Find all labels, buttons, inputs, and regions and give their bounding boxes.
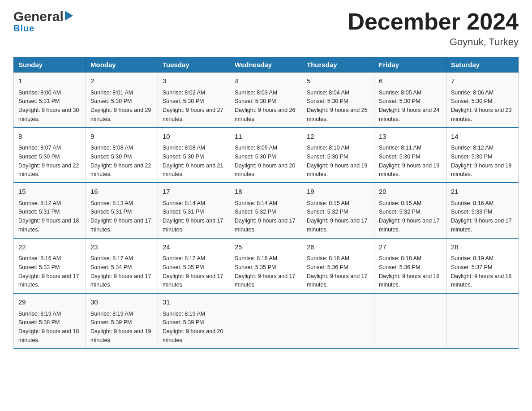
daylight-text: Daylight: 9 hours and 17 minutes. [235,273,296,288]
sunset-text: Sunset: 5:30 PM [163,154,204,160]
sunset-text: Sunset: 5:32 PM [379,209,420,215]
day-number: 5 [307,76,369,86]
day-number: 10 [163,132,225,142]
daylight-text: Daylight: 9 hours and 18 minutes. [451,163,512,178]
day-number: 26 [307,242,369,253]
sunset-text: Sunset: 5:30 PM [163,98,204,104]
sunset-text: Sunset: 5:31 PM [90,209,132,215]
sunset-text: Sunset: 5:30 PM [235,154,276,160]
sunrise-text: Sunrise: 8:04 AM [307,90,349,96]
daylight-text: Daylight: 9 hours and 25 minutes. [307,107,368,122]
table-cell [230,293,302,349]
logo-blue-text: Blue [13,23,34,34]
sunset-text: Sunset: 5:30 PM [307,98,348,104]
header-thursday: Thursday [302,57,374,73]
sunset-text: Sunset: 5:30 PM [451,98,492,104]
table-cell [374,293,446,349]
logo-triangle-icon [65,11,73,22]
day-number: 7 [451,76,514,86]
daylight-text: Daylight: 9 hours and 17 minutes. [451,218,512,233]
day-number: 29 [18,297,81,308]
sunrise-text: Sunrise: 8:11 AM [379,145,421,151]
daylight-text: Daylight: 9 hours and 18 minutes. [18,218,79,233]
daylight-text: Daylight: 9 hours and 23 minutes. [451,107,512,122]
sunrise-text: Sunrise: 8:07 AM [18,145,61,151]
day-number: 8 [18,132,81,142]
sunset-text: Sunset: 5:30 PM [235,98,276,104]
daylight-text: Daylight: 9 hours and 19 minutes. [307,163,368,178]
sunrise-text: Sunrise: 8:18 AM [307,255,349,261]
day-number: 25 [235,242,297,253]
table-cell: 20 Sunrise: 8:15 AM Sunset: 5:32 PM Dayl… [374,183,446,238]
sunset-text: Sunset: 5:36 PM [307,264,348,270]
sunset-text: Sunset: 5:38 PM [18,319,60,325]
sunrise-text: Sunrise: 8:14 AM [235,200,277,206]
daylight-text: Daylight: 9 hours and 17 minutes. [163,218,223,233]
calendar-body: 1 Sunrise: 8:00 AM Sunset: 5:31 PM Dayli… [14,73,519,349]
table-cell: 7 Sunrise: 8:06 AM Sunset: 5:30 PM Dayli… [446,73,519,128]
sunrise-text: Sunrise: 8:15 AM [379,200,421,206]
calendar-title-block: December 2024 Goynuk, Turkey [348,9,519,48]
sunrise-text: Sunrise: 8:09 AM [235,145,277,151]
daylight-text: Daylight: 9 hours and 17 minutes. [18,273,79,288]
calendar-header-row: Sunday Monday Tuesday Wednesday Thursday… [14,57,519,73]
table-cell: 2 Sunrise: 8:01 AM Sunset: 5:30 PM Dayli… [86,73,158,128]
header-friday: Friday [374,57,446,73]
sunset-text: Sunset: 5:31 PM [18,98,60,104]
sunrise-text: Sunrise: 8:02 AM [163,90,205,96]
header-saturday: Saturday [446,57,519,73]
daylight-text: Daylight: 9 hours and 29 minutes. [90,107,151,122]
daylight-text: Daylight: 9 hours and 17 minutes. [307,273,368,288]
table-cell: 23 Sunrise: 8:17 AM Sunset: 5:34 PM Dayl… [86,238,158,294]
daylight-text: Daylight: 9 hours and 17 minutes. [379,218,440,233]
sunrise-text: Sunrise: 8:01 AM [90,90,133,96]
header-sunday: Sunday [14,57,86,73]
sunset-text: Sunset: 5:30 PM [307,154,348,160]
table-cell: 29 Sunrise: 8:19 AM Sunset: 5:38 PM Dayl… [14,293,86,349]
sunrise-text: Sunrise: 8:08 AM [163,145,205,151]
logo: General Blue [13,9,73,34]
sunset-text: Sunset: 5:32 PM [307,209,348,215]
sunrise-text: Sunrise: 8:16 AM [451,200,493,206]
table-cell: 17 Sunrise: 8:14 AM Sunset: 5:31 PM Dayl… [158,183,230,238]
day-number: 14 [451,132,514,142]
table-cell: 24 Sunrise: 8:17 AM Sunset: 5:35 PM Dayl… [158,238,230,294]
day-number: 20 [379,187,442,197]
daylight-text: Daylight: 9 hours and 27 minutes. [163,107,223,122]
sunrise-text: Sunrise: 8:12 AM [451,145,493,151]
sunset-text: Sunset: 5:33 PM [18,264,60,270]
day-number: 15 [18,187,81,197]
sunset-text: Sunset: 5:31 PM [163,209,204,215]
table-cell: 22 Sunrise: 8:16 AM Sunset: 5:33 PM Dayl… [14,238,86,294]
day-number: 13 [379,132,442,142]
day-number: 19 [307,187,369,197]
table-cell: 16 Sunrise: 8:13 AM Sunset: 5:31 PM Dayl… [86,183,158,238]
day-number: 6 [379,76,442,86]
sunset-text: Sunset: 5:30 PM [90,98,132,104]
table-cell: 14 Sunrise: 8:12 AM Sunset: 5:30 PM Dayl… [446,128,519,183]
sunset-text: Sunset: 5:33 PM [451,209,492,215]
sunset-text: Sunset: 5:32 PM [235,209,276,215]
sunset-text: Sunset: 5:30 PM [379,98,420,104]
sunrise-text: Sunrise: 8:19 AM [18,311,61,317]
page-header: General Blue December 2024 Goynuk, Turke… [13,9,519,48]
header-wednesday: Wednesday [230,57,302,73]
sunset-text: Sunset: 5:39 PM [90,319,132,325]
day-number: 24 [163,242,225,253]
calendar-month-year: December 2024 [348,9,519,34]
daylight-text: Daylight: 9 hours and 21 minutes. [163,163,223,178]
sunset-text: Sunset: 5:31 PM [18,209,60,215]
sunrise-text: Sunrise: 8:17 AM [90,255,133,261]
day-number: 30 [90,297,153,308]
table-cell: 30 Sunrise: 8:19 AM Sunset: 5:39 PM Dayl… [86,293,158,349]
sunset-text: Sunset: 5:34 PM [90,264,132,270]
header-monday: Monday [86,57,158,73]
day-number: 23 [90,242,153,253]
sunset-text: Sunset: 5:30 PM [451,154,492,160]
daylight-text: Daylight: 9 hours and 18 minutes. [379,273,440,288]
table-cell: 19 Sunrise: 8:15 AM Sunset: 5:32 PM Dayl… [302,183,374,238]
sunrise-text: Sunrise: 8:08 AM [90,145,133,151]
table-cell: 8 Sunrise: 8:07 AM Sunset: 5:30 PM Dayli… [14,128,86,183]
table-cell: 6 Sunrise: 8:05 AM Sunset: 5:30 PM Dayli… [374,73,446,128]
daylight-text: Daylight: 9 hours and 17 minutes. [90,218,151,233]
